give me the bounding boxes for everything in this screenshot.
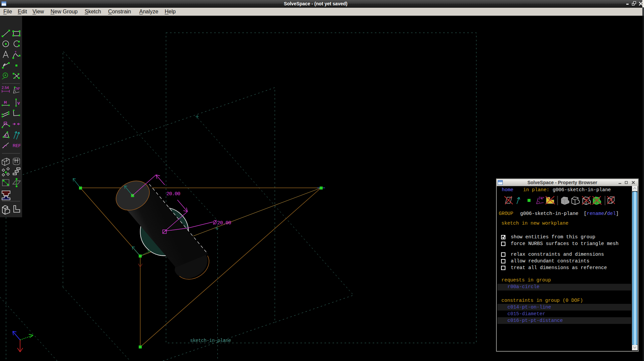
svg-text:H: H — [4, 100, 7, 104]
svg-text:sketch-in-plane: sketch-in-plane — [190, 338, 231, 343]
svg-text:V: V — [17, 101, 20, 105]
svg-text:REF: REF — [13, 143, 21, 148]
svg-text:74°: 74° — [539, 196, 544, 200]
svg-text:74°: 74° — [15, 87, 20, 91]
svg-text:2.54: 2.54 — [2, 86, 9, 90]
svg-text:T: T — [15, 51, 17, 54]
svg-text:20.00: 20.00 — [166, 191, 180, 197]
svg-text:20.00: 20.00 — [217, 220, 231, 226]
